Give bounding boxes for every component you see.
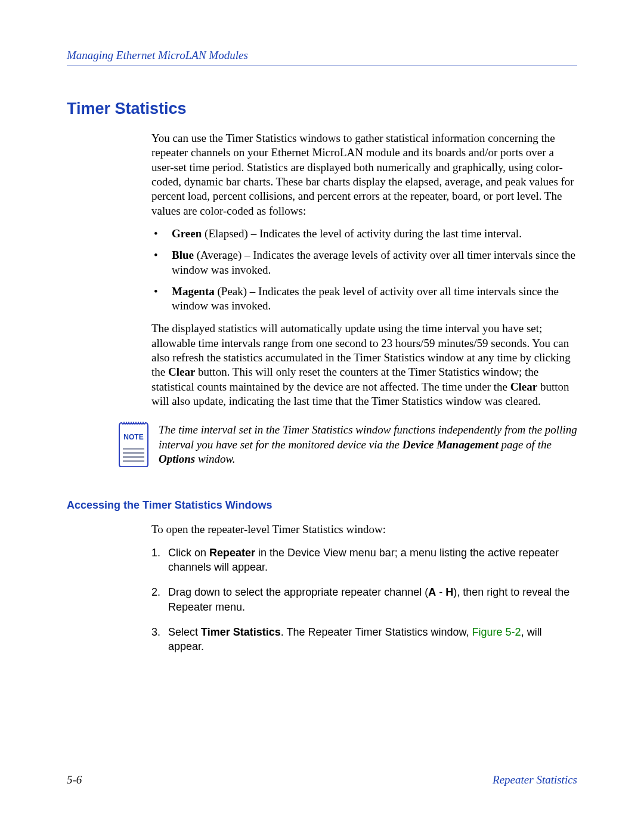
text: Click on bbox=[168, 547, 209, 559]
svg-rect-0 bbox=[123, 448, 144, 450]
bullet-green: Green (Elapsed) – Indicates the level of… bbox=[151, 227, 577, 241]
clear-paragraph: The displayed statistics will automatica… bbox=[151, 321, 577, 408]
running-header: Managing Ethernet MicroLAN Modules bbox=[67, 49, 577, 66]
bold: Repeater bbox=[209, 547, 255, 559]
svg-rect-3 bbox=[123, 460, 144, 462]
bold: Timer Statistics bbox=[201, 626, 281, 638]
step-2: 2. Drag down to select the appropriate r… bbox=[151, 585, 577, 614]
page-number: 5-6 bbox=[67, 773, 82, 786]
steps-list: 1. Click on Repeater in the Device View … bbox=[151, 546, 577, 654]
bullet-blue: Blue (Average) – Indicates the average l… bbox=[151, 248, 577, 277]
clear-bold: Clear bbox=[510, 380, 537, 393]
step-3: 3. Select Timer Statistics. The Repeater… bbox=[151, 625, 577, 654]
bold: A bbox=[428, 586, 436, 598]
text: page of the bbox=[499, 438, 552, 451]
svg-rect-1 bbox=[123, 452, 144, 454]
body-column: You can use the Timer Statistics windows… bbox=[151, 131, 577, 408]
bullet-paren: (Elapsed) bbox=[205, 227, 248, 240]
footer-section: Repeater Statistics bbox=[493, 773, 577, 786]
bold: H bbox=[445, 586, 453, 598]
body-column: To open the repeater-level Timer Statist… bbox=[151, 522, 577, 654]
lead-paragraph: To open the repeater-level Timer Statist… bbox=[151, 522, 577, 537]
section-title: Timer Statistics bbox=[67, 100, 577, 118]
bold: Device Management bbox=[402, 438, 499, 451]
step-1: 1. Click on Repeater in the Device View … bbox=[151, 546, 577, 575]
subheading: Accessing the Timer Statistics Windows bbox=[67, 499, 577, 512]
bullet-label: Blue bbox=[172, 249, 194, 261]
page: Managing Ethernet MicroLAN Modules Timer… bbox=[0, 0, 644, 833]
svg-rect-2 bbox=[123, 456, 144, 458]
text: Select bbox=[168, 626, 201, 638]
step-number: 1. bbox=[151, 546, 160, 560]
color-bullet-list: Green (Elapsed) – Indicates the level of… bbox=[151, 227, 577, 314]
text: Drag down to select the appropriate repe… bbox=[168, 586, 428, 598]
text: button. This will only reset the counter… bbox=[151, 366, 538, 392]
bullet-desc: – Indicates the level of activity during… bbox=[251, 227, 522, 240]
bold: Options bbox=[159, 453, 195, 465]
step-number: 3. bbox=[151, 625, 160, 639]
text: - bbox=[436, 586, 445, 598]
bullet-label: Magenta bbox=[172, 285, 215, 298]
bullet-magenta: Magenta (Peak) – Indicates the peak leve… bbox=[151, 284, 577, 314]
figure-reference[interactable]: Figure 5-2 bbox=[472, 626, 521, 638]
note-text: The time interval set in the Timer Stati… bbox=[159, 420, 577, 469]
note-block: NOTE The time interval set in the Timer … bbox=[117, 420, 577, 469]
note-badge-text: NOTE bbox=[123, 433, 143, 441]
intro-paragraph: You can use the Timer Statistics windows… bbox=[151, 131, 577, 218]
bullet-paren: (Average) bbox=[197, 249, 242, 261]
step-number: 2. bbox=[151, 585, 160, 599]
page-footer: 5-6 Repeater Statistics bbox=[67, 773, 577, 786]
text: window. bbox=[195, 453, 235, 465]
text: . The Repeater Timer Statistics window, bbox=[281, 626, 472, 638]
bullet-paren: (Peak) bbox=[218, 285, 247, 298]
bullet-label: Green bbox=[172, 227, 202, 240]
clear-bold: Clear bbox=[168, 366, 195, 378]
note-icon: NOTE bbox=[117, 420, 150, 469]
